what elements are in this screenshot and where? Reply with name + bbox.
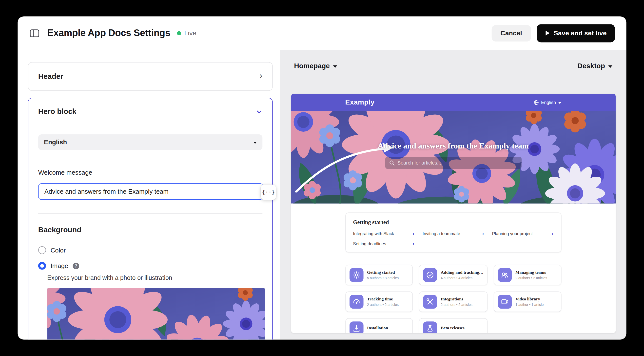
team-icon [498,268,512,282]
welcome-message-label: Welcome message [38,169,92,176]
collection-meta: 2 authors • 2 articles [440,303,472,307]
insert-variable-button[interactable]: {··} [261,185,276,200]
download-icon [349,321,363,333]
top-bar: Example App Docs Settings Live Cancel Sa… [18,17,626,50]
site-language-value: English [541,100,556,105]
collection-meta: 2 authors • 2 articles [516,276,547,280]
collection-card[interactable]: Video library 1 author • 1 article [494,291,561,312]
color-option-label: Color [50,247,66,254]
page-title: Example App Docs Settings [47,28,170,39]
search-placeholder: Search for articles... [398,160,441,166]
preview-toolbar: Homepage Desktop [280,50,626,82]
featured-link[interactable]: Planning your project › [492,231,554,236]
settings-window: Example App Docs Settings Live Cancel Sa… [18,17,626,340]
image-option-label: Image [50,262,68,269]
background-color-option[interactable]: Color [38,246,66,254]
collection-title: Managing teams [516,270,547,274]
image-hint-text: Express your brand with a photo or illus… [47,274,172,281]
chevron-down-icon [256,108,263,115]
site-language-selector[interactable]: English [534,100,561,105]
chevron-right-icon: › [482,231,484,236]
site-hero-title: Advice and answers from the Examply team [378,141,529,150]
live-label: Live [184,30,196,37]
site-nav-bar: Examply English [291,94,615,111]
globe-icon [534,100,539,105]
background-image-option[interactable]: Image ? [38,262,80,270]
featured-collection-card: Getting started Integrating with Slack ›… [345,212,561,252]
featured-collection-title: Getting started [353,219,554,226]
radio-selected-icon [38,262,46,270]
cancel-button[interactable]: Cancel [492,25,531,42]
collection-title: Integrations [440,297,472,301]
save-and-set-live-button[interactable]: Save and set live [537,24,615,42]
tools-icon [423,295,437,309]
play-icon [545,30,550,36]
chevron-right-icon: › [413,241,414,246]
collection-meta: 4 authors • 4 articles [440,276,483,280]
collection-title: Video library [516,297,544,301]
collection-title: Beta releases [440,326,464,330]
chevron-right-icon: › [260,71,262,81]
settings-panel: Header › Hero block English Welcome mess… [18,50,280,339]
header-section-title: Header [38,72,64,81]
hero-block-header[interactable]: Hero block [38,107,262,116]
app-stage: Example App Docs Settings Live Cancel Sa… [0,0,644,356]
featured-link[interactable]: Setting deadlines › [353,241,414,246]
gauge-icon [349,295,363,309]
collection-card[interactable]: Beta releases [419,318,488,333]
live-status: Live [177,30,196,37]
radio-unselected-icon [38,246,46,254]
gear-icon [349,268,363,282]
collection-title: Installation [367,326,388,330]
welcome-message-input[interactable] [38,183,264,200]
live-dot-icon [177,31,181,35]
sidebar-toggle-icon[interactable] [29,29,40,38]
hero-block-title: Hero block [38,107,76,116]
background-heading: Background [38,226,82,234]
page-selector[interactable]: Homepage [294,62,337,70]
caret-down-icon [608,65,612,68]
site-hero: Advice and answers from the Examply team… [291,111,615,203]
flask-icon [423,321,437,333]
collection-card[interactable]: Tracking time 2 authors • 2 articles [345,291,413,312]
caret-down-icon [254,142,257,144]
featured-link-label: Inviting a teammate [422,231,460,236]
collection-card[interactable]: Installation [345,318,413,333]
featured-link[interactable]: Integrating with Slack › [353,231,414,236]
collection-title: Adding and tracking… [440,270,483,274]
page-selector-value: Homepage [294,62,330,70]
chevron-right-icon: › [552,231,554,236]
device-selector-value: Desktop [577,62,605,70]
background-image-thumbnail[interactable] [47,288,265,339]
site-content: Getting started Integrating with Slack ›… [291,204,615,333]
featured-link[interactable]: Inviting a teammate › [422,231,484,236]
collection-meta: 2 authors • 2 articles [367,303,399,307]
language-select-value: English [44,139,67,146]
featured-link-label: Integrating with Slack [353,231,394,236]
collection-title: Getting started [367,270,399,274]
collection-card[interactable]: Integrations 2 authors • 2 articles [419,291,488,312]
language-select[interactable]: English [38,134,262,150]
check-circle-icon [423,268,437,282]
featured-link-label: Setting deadlines [353,241,386,246]
save-button-label: Save and set live [554,30,607,37]
divider [38,213,262,214]
collection-card[interactable]: Managing teams 2 authors • 2 articles [494,265,561,285]
preview-panel: Homepage Desktop Examply [280,50,626,339]
caret-down-icon [558,102,561,104]
hero-block-card: Hero block English Welcome message {··} … [28,98,273,339]
collection-card[interactable]: Getting started 5 authors • 8 articles [345,265,413,285]
site-preview: Examply English [291,94,615,333]
help-icon[interactable]: ? [73,262,80,269]
chevron-right-icon: › [413,231,414,236]
site-brand-logo[interactable]: Examply [345,98,375,107]
header-section-card[interactable]: Header › [28,62,273,91]
search-icon [389,160,395,166]
video-icon [498,295,512,309]
caret-down-icon [333,65,337,68]
collection-title: Tracking time [367,297,399,301]
collection-meta: 5 authors • 8 articles [367,276,399,280]
collection-card[interactable]: Adding and tracking… 4 authors • 4 artic… [419,265,488,285]
device-selector[interactable]: Desktop [577,62,612,70]
search-input[interactable]: Search for articles... [385,157,521,169]
